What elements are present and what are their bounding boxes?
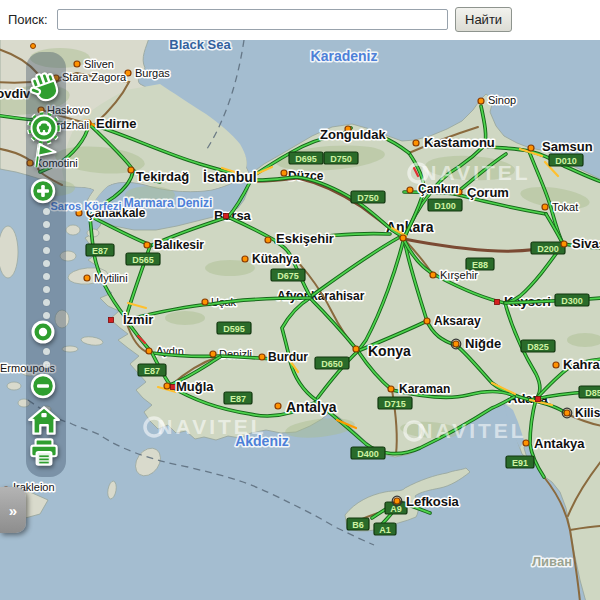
expander-glyph: » bbox=[9, 502, 17, 519]
city-dot bbox=[265, 237, 271, 243]
road-badge-label: D695 bbox=[295, 154, 317, 164]
map-canvas[interactable]: DüzceAnkaraBursaKayseriAfyonkarahisarUşa… bbox=[0, 40, 600, 600]
sea-label: Marmara Denizi bbox=[124, 196, 213, 210]
city-label: Eskişehir bbox=[276, 231, 334, 246]
sea-label: Akdeniz bbox=[235, 433, 289, 449]
city-label: Burgas bbox=[135, 67, 170, 79]
print-button[interactable] bbox=[25, 433, 63, 471]
city-marker bbox=[109, 318, 114, 323]
road-badge-label: D565 bbox=[132, 255, 154, 265]
city-dot bbox=[553, 362, 559, 368]
city-dot bbox=[210, 351, 216, 357]
city-dot bbox=[564, 410, 570, 416]
city-label: Karaman bbox=[399, 382, 450, 396]
watermark-text: NAVITEL bbox=[417, 419, 526, 442]
sea-label: Ливан bbox=[532, 554, 572, 569]
city-label: Kilis bbox=[575, 406, 600, 420]
road-badge-label: E88 bbox=[472, 260, 488, 270]
road-badge-label: B6 bbox=[352, 520, 364, 530]
pan-hand-icon[interactable] bbox=[26, 67, 64, 105]
city-dot bbox=[164, 383, 170, 389]
city-dot bbox=[202, 299, 208, 305]
city-label: İstanbul bbox=[203, 169, 257, 185]
town-dot bbox=[31, 44, 36, 49]
city-dot bbox=[353, 346, 359, 352]
search-input[interactable] bbox=[57, 9, 448, 30]
city-dot bbox=[430, 272, 436, 278]
city-label: Zonguldak bbox=[320, 127, 386, 142]
sea-label: Black Sea bbox=[169, 40, 231, 52]
road-badge-label: D300 bbox=[561, 296, 583, 306]
city-dot bbox=[275, 403, 281, 409]
road-badge-label: D850 bbox=[585, 388, 600, 398]
city-dot bbox=[400, 235, 406, 241]
search-label: Поиск: bbox=[8, 12, 48, 27]
city-label: Sliven bbox=[84, 58, 114, 70]
city-label: Sivas bbox=[572, 236, 600, 251]
city-dot bbox=[74, 61, 80, 67]
zoom-out-button[interactable] bbox=[29, 372, 57, 400]
city-dot bbox=[394, 498, 400, 504]
road-badge-label: D750 bbox=[330, 154, 352, 164]
road-badge-label: E91 bbox=[512, 458, 528, 468]
city-dot bbox=[561, 241, 567, 247]
road-badge-label: D595 bbox=[223, 324, 245, 334]
city-dot bbox=[144, 242, 150, 248]
city-label: Mytilini bbox=[94, 272, 128, 284]
city-label: Antakya bbox=[534, 436, 585, 451]
city-dot bbox=[407, 187, 413, 193]
road-badge-label: D675 bbox=[277, 271, 299, 281]
sea-label: Karadeniz bbox=[311, 48, 378, 64]
city-dot bbox=[523, 440, 529, 446]
city-marker bbox=[495, 300, 500, 305]
city-label: Muğla bbox=[176, 379, 214, 394]
city-label: Antalya bbox=[286, 399, 337, 415]
city-label: Sinop bbox=[488, 94, 516, 106]
search-bar: Поиск: Найти bbox=[0, 0, 600, 40]
city-dot bbox=[259, 354, 265, 360]
city-label: Tokat bbox=[552, 201, 578, 213]
road-badge-label: D715 bbox=[384, 399, 406, 409]
search-button[interactable]: Найти bbox=[455, 7, 512, 32]
road-badge-label: D200 bbox=[537, 244, 559, 254]
city-dot bbox=[528, 145, 534, 151]
city-label: Balıkesir bbox=[154, 238, 204, 252]
road-badge-label: E87 bbox=[144, 366, 160, 376]
city-label: Konya bbox=[368, 343, 411, 359]
city-label: Aksaray bbox=[434, 314, 481, 328]
city-label: İzmir bbox=[123, 312, 153, 327]
city-dot bbox=[413, 140, 419, 146]
city-label: Niğde bbox=[465, 336, 501, 351]
road-badge-label: D650 bbox=[321, 359, 343, 369]
sidebar-expander[interactable]: » bbox=[0, 487, 26, 533]
city-label: Kırşehir bbox=[440, 269, 478, 281]
watermark-text: NAVITEL bbox=[421, 161, 530, 184]
zoom-slider[interactable] bbox=[26, 202, 66, 325]
city-label: Stara Zagora bbox=[62, 71, 127, 83]
city-marker bbox=[536, 397, 541, 402]
route-flag-icon[interactable] bbox=[26, 138, 62, 174]
road-badge-label: E87 bbox=[230, 394, 246, 404]
road-badge-label: D010 bbox=[555, 156, 577, 166]
city-label: Kütahya bbox=[252, 252, 300, 266]
road-badge-label: A1 bbox=[379, 525, 391, 535]
city-dot bbox=[388, 386, 394, 392]
forest-patch bbox=[165, 311, 205, 325]
city-dot bbox=[424, 318, 430, 324]
road-badge-label: D750 bbox=[357, 193, 379, 203]
city-marker bbox=[224, 214, 229, 219]
city-label: Burdur bbox=[268, 350, 308, 364]
city-label: Kastamonu bbox=[424, 135, 495, 150]
map-area: DüzceAnkaraBursaKayseriAfyonkarahisarUşa… bbox=[0, 40, 600, 600]
city-marker bbox=[171, 385, 176, 390]
road-badge-label: D400 bbox=[357, 449, 379, 459]
island bbox=[7, 382, 21, 390]
city-dot bbox=[242, 256, 248, 262]
zoom-in-button[interactable] bbox=[29, 177, 57, 205]
island bbox=[66, 225, 80, 235]
forest-patch bbox=[205, 260, 255, 276]
city-dot bbox=[542, 204, 548, 210]
city-label: Edirne bbox=[96, 116, 136, 131]
city-label: Samsun bbox=[542, 139, 593, 154]
city-dot bbox=[478, 98, 484, 104]
